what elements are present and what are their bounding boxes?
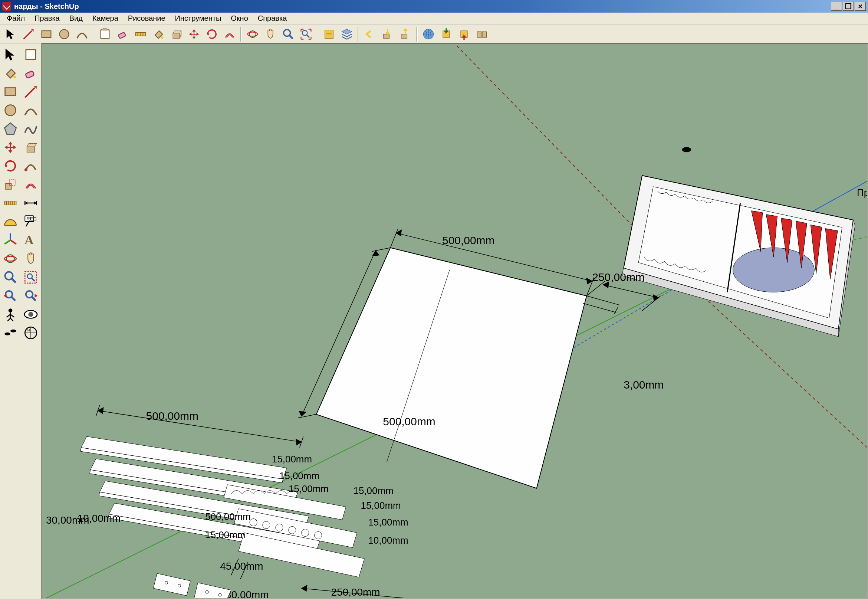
- dimension-text: 15,00mm: [368, 517, 408, 527]
- menu-help[interactable]: Справка: [253, 13, 291, 24]
- zoom-icon[interactable]: [280, 26, 297, 43]
- maximize-button[interactable]: ❐: [843, 2, 854, 11]
- look-around-icon[interactable]: [21, 305, 41, 324]
- menu-draw[interactable]: Рисование: [123, 13, 170, 24]
- 3d-text-icon[interactable]: A: [21, 230, 41, 250]
- import-icon[interactable]: [397, 26, 414, 43]
- download-model-icon[interactable]: [438, 26, 455, 43]
- svg-point-52: [27, 274, 32, 279]
- scale-icon[interactable]: [1, 175, 20, 194]
- line-icon[interactable]: [21, 82, 41, 101]
- paint-bucket-icon[interactable]: [150, 26, 167, 43]
- position-camera-icon[interactable]: [1, 305, 20, 324]
- eraser-icon[interactable]: [114, 26, 131, 43]
- select-icon[interactable]: [1, 45, 20, 64]
- menu-view[interactable]: Вид: [65, 13, 87, 24]
- menu-edit[interactable]: Правка: [30, 13, 64, 24]
- menu-tools[interactable]: Инструменты: [171, 13, 226, 24]
- svg-text:A: A: [24, 233, 34, 247]
- orbit-icon[interactable]: [244, 26, 261, 43]
- follow-me-icon[interactable]: [21, 156, 41, 176]
- freehand-icon[interactable]: [21, 119, 41, 138]
- select-icon[interactable]: [2, 26, 19, 43]
- menu-camera[interactable]: Камера: [88, 13, 123, 24]
- dimension-icon[interactable]: [21, 193, 41, 213]
- paint-bucket-icon[interactable]: [1, 63, 20, 83]
- make-component-icon[interactable]: [21, 45, 41, 64]
- svg-rect-17: [384, 34, 389, 38]
- push-pull-icon[interactable]: [168, 26, 185, 43]
- line-icon[interactable]: [20, 26, 37, 43]
- svg-marker-0: [7, 29, 14, 39]
- axes-icon[interactable]: [1, 230, 20, 250]
- rectangle-icon[interactable]: [38, 26, 55, 43]
- svg-rect-5: [118, 32, 126, 39]
- offset-icon[interactable]: [221, 26, 238, 43]
- svg-rect-2: [42, 31, 51, 38]
- walk-icon[interactable]: [1, 323, 20, 343]
- svg-point-30: [5, 105, 16, 116]
- arc-icon[interactable]: [21, 101, 41, 120]
- section-plane-icon[interactable]: N: [21, 323, 41, 343]
- viewport[interactable]: Пр: [42, 44, 868, 599]
- zoom-icon[interactable]: [1, 268, 20, 287]
- svg-marker-24: [6, 49, 15, 60]
- dimension-text: 3,00mm: [623, 379, 664, 391]
- menu-window[interactable]: Окно: [226, 13, 252, 24]
- toolbar-separator: [357, 27, 359, 42]
- zoom-extents-icon[interactable]: [297, 26, 315, 43]
- tape-measure-icon[interactable]: [1, 193, 20, 213]
- rectangle-icon[interactable]: [1, 82, 20, 101]
- svg-point-49: [5, 272, 13, 280]
- eraser-icon[interactable]: [21, 63, 41, 83]
- toolbar-separator: [93, 27, 94, 42]
- arc-icon[interactable]: [74, 26, 90, 43]
- svg-point-14: [302, 30, 308, 35]
- svg-point-64: [11, 330, 17, 333]
- svg-line-55: [11, 297, 15, 301]
- toolbar-separator: [317, 27, 318, 42]
- svg-point-62: [29, 312, 33, 316]
- svg-marker-59: [35, 294, 38, 298]
- pan-icon[interactable]: [262, 26, 279, 43]
- dimension-text: 10,00mm: [368, 535, 408, 546]
- svg-point-54: [6, 291, 12, 298]
- circle-icon[interactable]: [56, 26, 73, 43]
- svg-point-34: [24, 169, 27, 172]
- svg-marker-33: [5, 165, 8, 168]
- circle-icon[interactable]: [1, 101, 20, 120]
- svg-line-44: [11, 240, 17, 244]
- rotate-icon[interactable]: [1, 156, 20, 176]
- previous-icon[interactable]: [1, 286, 20, 306]
- move-icon[interactable]: [185, 26, 203, 43]
- svg-line-15: [307, 35, 309, 38]
- close-button[interactable]: ×: [854, 2, 866, 11]
- export-icon[interactable]: [379, 26, 396, 43]
- polygon-icon[interactable]: [1, 119, 20, 138]
- globe-icon[interactable]: [420, 26, 437, 43]
- previous-view-icon[interactable]: [361, 26, 378, 43]
- orbit-icon[interactable]: [1, 249, 20, 268]
- scene-canvas[interactable]: Пр: [42, 44, 867, 598]
- components-icon[interactable]: [473, 26, 490, 43]
- upload-model-icon[interactable]: [455, 26, 473, 43]
- get-models-icon[interactable]: [320, 26, 338, 43]
- move-icon[interactable]: [1, 138, 20, 157]
- text-icon[interactable]: REC: [21, 212, 41, 231]
- dimension-text: 500,00mm: [146, 410, 198, 422]
- vertical-toolbar: REC A N: [0, 44, 42, 599]
- next-icon[interactable]: [21, 286, 41, 306]
- menu-file[interactable]: Файл: [2, 13, 29, 24]
- svg-rect-16: [325, 30, 333, 38]
- pan-icon[interactable]: [21, 249, 41, 268]
- offset-icon[interactable]: [21, 175, 41, 194]
- svg-text:N: N: [27, 328, 30, 332]
- push-pull-icon[interactable]: [21, 138, 41, 157]
- protractor-icon[interactable]: [1, 212, 20, 231]
- zoom-window-icon[interactable]: [21, 268, 41, 287]
- tape-measure-icon[interactable]: [132, 26, 149, 43]
- minimize-button[interactable]: _: [831, 2, 842, 11]
- layers-icon[interactable]: [338, 26, 355, 43]
- make-component-icon[interactable]: [96, 26, 114, 43]
- rotate-icon[interactable]: [203, 26, 220, 43]
